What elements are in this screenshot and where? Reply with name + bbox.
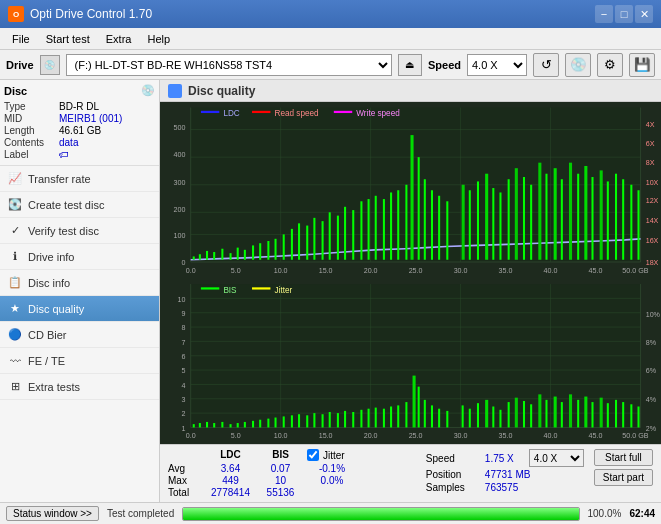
settings-button[interactable]: ⚙ — [597, 53, 623, 77]
stats-ldc-header: LDC — [203, 449, 258, 461]
svg-rect-190 — [523, 401, 525, 427]
sidebar-item-disc-quality[interactable]: ★ Disc quality — [0, 296, 159, 322]
menu-start-test[interactable]: Start test — [38, 31, 98, 47]
disc-section: Disc 💿 Type BD-R DL MID MEIRB1 (001) Len… — [0, 80, 159, 166]
svg-rect-75 — [469, 190, 471, 260]
sidebar-item-disc-info[interactable]: 📋 Disc info — [0, 270, 159, 296]
svg-rect-151 — [221, 422, 223, 428]
menu-extra[interactable]: Extra — [98, 31, 140, 47]
save-button[interactable]: 💾 — [629, 53, 655, 77]
svg-text:0.0: 0.0 — [186, 266, 196, 275]
speed-stat-select[interactable]: 4.0 X 2.0 X 6.0 X — [529, 449, 584, 467]
svg-rect-154 — [244, 422, 246, 428]
svg-rect-206 — [201, 287, 219, 289]
status-window-button[interactable]: Status window >> — [6, 506, 99, 521]
svg-text:10: 10 — [178, 294, 186, 303]
svg-rect-82 — [523, 177, 525, 260]
svg-rect-172 — [418, 387, 420, 428]
status-text: Test completed — [107, 508, 174, 519]
svg-rect-84 — [538, 163, 541, 260]
svg-text:20.0: 20.0 — [364, 431, 378, 440]
action-buttons: Start full Start part — [594, 449, 653, 486]
svg-rect-186 — [492, 406, 494, 427]
refresh-button[interactable]: ↺ — [533, 53, 559, 77]
svg-text:35.0: 35.0 — [499, 431, 513, 440]
sidebar-item-transfer-rate[interactable]: 📈 Transfer rate — [0, 166, 159, 192]
sidebar-item-verify-test-disc[interactable]: ✓ Verify test disc — [0, 218, 159, 244]
speed-label: Speed — [428, 59, 461, 71]
svg-rect-187 — [499, 410, 501, 428]
disc-type-row: Type BD-R DL — [4, 101, 155, 112]
svg-rect-102 — [334, 111, 352, 113]
svg-rect-61 — [360, 201, 362, 259]
maximize-button[interactable]: □ — [615, 5, 633, 23]
jitter-section: Jitter — [307, 449, 345, 461]
disc-mid-key: MID — [4, 113, 59, 124]
svg-rect-166 — [337, 413, 339, 427]
disc-button[interactable]: 💿 — [565, 53, 591, 77]
svg-rect-179 — [431, 405, 433, 427]
charts-area: 0 100 200 300 400 500 18X 16X 14X 12X 10… — [160, 102, 661, 444]
start-part-button[interactable]: Start part — [594, 469, 653, 486]
sidebar-item-drive-info[interactable]: ℹ Drive info — [0, 244, 159, 270]
eject-button[interactable]: ⏏ — [398, 54, 422, 76]
svg-rect-170 — [368, 409, 370, 428]
svg-rect-90 — [584, 166, 587, 260]
svg-rect-92 — [600, 170, 603, 259]
svg-rect-76 — [477, 181, 479, 259]
drive-select[interactable]: (F:) HL-DT-ST BD-RE WH16NS58 TST4 — [66, 54, 392, 76]
svg-rect-198 — [584, 397, 587, 428]
disc-mid-row: MID MEIRB1 (001) — [4, 113, 155, 124]
svg-rect-158 — [275, 418, 277, 428]
create-test-disc-icon: 💽 — [8, 198, 22, 212]
sidebar-item-create-test-disc[interactable]: 💽 Create test disc — [0, 192, 159, 218]
svg-text:LDC: LDC — [223, 108, 239, 118]
svg-text:9: 9 — [182, 309, 186, 318]
svg-rect-54 — [306, 226, 308, 260]
jitter-checkbox[interactable] — [307, 449, 319, 461]
svg-text:10.0: 10.0 — [274, 431, 288, 440]
svg-rect-68 — [397, 190, 399, 260]
position-value: 47731 MB — [485, 469, 531, 480]
avg-label: Avg — [168, 463, 203, 474]
svg-rect-169 — [360, 410, 362, 428]
svg-rect-96 — [630, 185, 632, 260]
svg-rect-167 — [344, 411, 346, 428]
svg-text:15.0: 15.0 — [319, 266, 333, 275]
close-button[interactable]: ✕ — [635, 5, 653, 23]
svg-rect-155 — [252, 421, 254, 428]
svg-rect-78 — [492, 188, 494, 260]
disc-label-key: Label — [4, 149, 59, 160]
svg-text:400: 400 — [174, 150, 186, 159]
sidebar-item-extra-tests[interactable]: ⊞ Extra tests — [0, 374, 159, 400]
chart-title: Disc quality — [188, 84, 255, 98]
svg-rect-81 — [515, 168, 518, 260]
menu-help[interactable]: Help — [139, 31, 178, 47]
svg-rect-185 — [485, 400, 488, 428]
menu-file[interactable]: File — [4, 31, 38, 47]
sidebar-item-fe-te[interactable]: 〰 FE / TE — [0, 348, 159, 374]
minimize-button[interactable]: − — [595, 5, 613, 23]
start-full-button[interactable]: Start full — [594, 449, 653, 466]
svg-rect-87 — [561, 179, 563, 260]
svg-rect-53 — [298, 223, 300, 259]
svg-text:Write speed: Write speed — [356, 108, 400, 118]
sidebar-item-cd-bier[interactable]: 🔵 CD Bier — [0, 322, 159, 348]
speed-stat-label: Speed — [426, 453, 481, 464]
speed-select[interactable]: 4.0 X 1.0 X 2.0 X 6.0 X 8.0 X — [467, 54, 527, 76]
stats-table: LDC BIS Jitter Avg 3.64 0.07 -0.1% — [168, 449, 416, 498]
svg-rect-50 — [275, 239, 277, 260]
time-display: 62:44 — [629, 508, 655, 519]
svg-rect-65 — [375, 196, 377, 260]
sidebar-label-verify-test-disc: Verify test disc — [28, 225, 99, 237]
svg-rect-98 — [201, 111, 219, 113]
svg-rect-39 — [193, 256, 195, 259]
svg-text:0.0: 0.0 — [186, 431, 196, 440]
max-jitter: 0.0% — [307, 475, 357, 486]
progress-container — [182, 507, 579, 521]
stats-avg-row: Avg 3.64 0.07 -0.1% — [168, 463, 416, 474]
svg-rect-91 — [591, 177, 593, 260]
sidebar-label-disc-info: Disc info — [28, 277, 70, 289]
svg-rect-83 — [530, 185, 532, 260]
svg-rect-60 — [352, 210, 354, 260]
